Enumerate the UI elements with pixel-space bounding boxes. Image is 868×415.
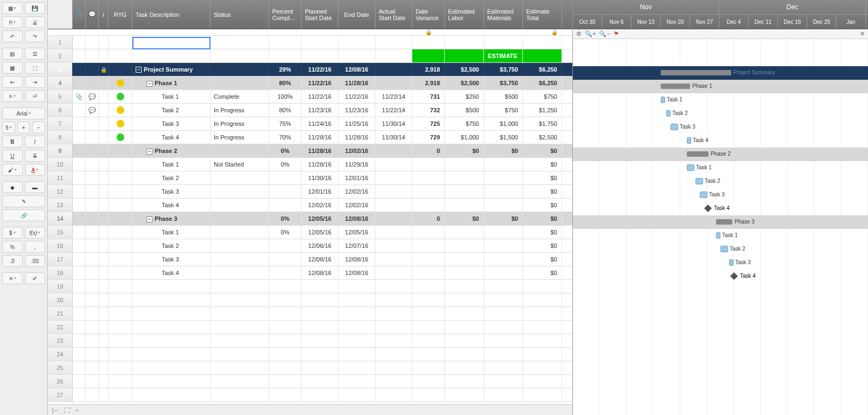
percent-cell[interactable]: 70%: [269, 131, 302, 144]
actual-start-cell[interactable]: [375, 375, 412, 388]
gantt-week[interactable]: Dec 25: [807, 15, 837, 29]
comment-cell[interactable]: [86, 76, 99, 90]
info-cell[interactable]: [99, 266, 108, 279]
attach-cell[interactable]: [73, 226, 86, 239]
info-cell[interactable]: [99, 293, 108, 307]
total-cell[interactable]: [523, 307, 562, 320]
task-cell[interactable]: Task 1: [132, 226, 210, 239]
variance-cell[interactable]: [412, 280, 445, 293]
labor-cell[interactable]: [445, 226, 484, 239]
info-cell[interactable]: [99, 144, 108, 157]
total-cell[interactable]: [523, 49, 562, 62]
row-number[interactable]: 11: [48, 171, 73, 184]
row-number[interactable]: 18: [48, 266, 73, 279]
ryg-cell[interactable]: [108, 104, 132, 117]
comment-cell[interactable]: [86, 49, 99, 62]
actual-start-cell[interactable]: [375, 63, 412, 76]
end-date-column-header[interactable]: End Date: [339, 0, 375, 29]
gantt-week[interactable]: Nov 27: [690, 15, 719, 29]
total-cell[interactable]: [523, 348, 562, 361]
status-cell[interactable]: [210, 144, 269, 157]
gantt-row[interactable]: Task 1: [573, 229, 868, 242]
ryg-cell[interactable]: [108, 226, 132, 239]
row-number[interactable]: 16: [48, 239, 73, 252]
row-number[interactable]: 2: [48, 49, 73, 62]
planned-start-cell[interactable]: 11/23/16: [302, 104, 339, 117]
gantt-chart[interactable]: NovDec Oct 30Nov 6Nov 13Nov 20Nov 27Dec …: [573, 0, 868, 415]
variance-cell[interactable]: [412, 36, 445, 49]
table-row[interactable]: 10Task 1Not Started0%11/28/1611/29/16$0: [48, 158, 572, 171]
percent-cell[interactable]: 0%: [269, 158, 302, 171]
row-number[interactable]: 25: [48, 361, 73, 374]
labor-cell[interactable]: [445, 375, 484, 388]
percent-cell[interactable]: [269, 185, 302, 198]
info-cell[interactable]: [99, 280, 108, 293]
attach-cell[interactable]: [73, 361, 86, 374]
actual-start-cell[interactable]: [375, 171, 412, 184]
materials-cell[interactable]: $1,500: [484, 131, 523, 144]
percent-cell[interactable]: [269, 199, 302, 212]
task-cell[interactable]: [132, 388, 210, 401]
comment-cell[interactable]: 💬: [86, 90, 99, 103]
wrap-button[interactable]: ⏎: [25, 90, 46, 102]
gantt-row[interactable]: Task 3: [573, 188, 868, 202]
gantt-row[interactable]: [573, 324, 868, 337]
comment-cell[interactable]: [86, 307, 99, 320]
total-cell[interactable]: $0: [523, 185, 562, 198]
row-number[interactable]: 12: [48, 185, 73, 198]
ryg-cell[interactable]: [108, 185, 132, 198]
ryg-cell[interactable]: [108, 361, 132, 374]
gantt-bar[interactable]: Phase 1: [661, 84, 690, 89]
labor-cell[interactable]: [445, 388, 484, 401]
percent-cell[interactable]: [269, 321, 302, 334]
percent-cell[interactable]: [269, 375, 302, 388]
align-button[interactable]: ≡: [2, 90, 23, 102]
planned-start-cell[interactable]: [302, 36, 339, 49]
variance-cell[interactable]: [412, 49, 445, 62]
gantt-row[interactable]: [573, 365, 868, 378]
row-number[interactable]: 15: [48, 226, 73, 239]
task-cell[interactable]: [132, 361, 210, 374]
font-select[interactable]: Arial: [2, 107, 45, 119]
end-date-cell[interactable]: 12/02/16: [339, 199, 375, 212]
status-cell[interactable]: [210, 185, 269, 198]
ryg-cell[interactable]: [108, 90, 132, 103]
status-cell[interactable]: [210, 375, 269, 388]
table-row[interactable]: 11Task 211/30/1612/01/16$0: [48, 171, 572, 185]
sheet-grid[interactable]: 📎 💬 i RYG Task Description Status Percen…: [48, 0, 573, 415]
total-cell[interactable]: $0: [523, 226, 562, 239]
attach-cell[interactable]: [73, 253, 86, 266]
labor-cell[interactable]: [445, 334, 484, 347]
materials-cell[interactable]: [484, 171, 523, 184]
planned-start-column-header[interactable]: Planned Start Date: [302, 0, 339, 29]
labor-cell[interactable]: [445, 36, 484, 49]
footer-icon[interactable]: |←: [52, 407, 60, 413]
task-cell[interactable]: Task 2: [132, 239, 210, 252]
status-cell[interactable]: [210, 226, 269, 239]
actual-start-column-header[interactable]: Actual Start Date: [375, 0, 412, 29]
attach-cell[interactable]: [73, 388, 86, 401]
info-cell[interactable]: [99, 375, 108, 388]
gantt-zoom-in-icon[interactable]: 🔍+: [585, 30, 596, 37]
percent-cell[interactable]: [269, 388, 302, 401]
attach-cell[interactable]: [73, 334, 86, 347]
gantt-bar[interactable]: Task 3: [729, 259, 733, 266]
status-cell[interactable]: [210, 49, 269, 62]
table-row[interactable]: 24: [48, 348, 572, 361]
comment-cell[interactable]: [86, 226, 99, 239]
row-number[interactable]: 4: [48, 76, 73, 90]
percent-column-header[interactable]: Percent Compl…: [269, 0, 302, 29]
actual-start-cell[interactable]: 11/30/14: [375, 117, 412, 130]
gantt-today-icon[interactable]: ⚑: [614, 30, 619, 37]
table-row[interactable]: 8Task 4In Progress70%11/28/1611/28/1611/…: [48, 131, 572, 144]
gantt-week[interactable]: Dec 18: [778, 15, 807, 29]
info-cell[interactable]: [99, 388, 108, 401]
task-cell[interactable]: Task 1: [132, 90, 210, 103]
task-cell[interactable]: [132, 293, 210, 307]
materials-cell[interactable]: [484, 280, 523, 293]
percent-cell[interactable]: [269, 293, 302, 307]
ryg-cell[interactable]: [108, 131, 132, 144]
end-date-cell[interactable]: [339, 361, 375, 374]
redo-button[interactable]: ↷: [25, 30, 46, 42]
materials-cell[interactable]: [484, 199, 523, 212]
